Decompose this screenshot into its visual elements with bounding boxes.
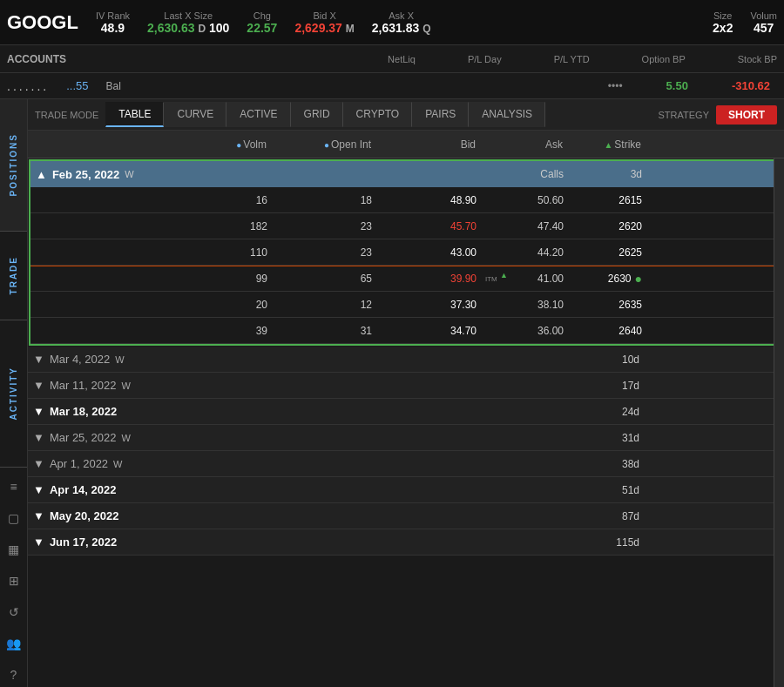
days-may20: 87d (568, 510, 646, 522)
plytd-value: -310.62 (732, 79, 770, 92)
accounts-labels-bar: ACCOUNTS NetLiq P/L Day P/L YTD Option B… (0, 45, 784, 73)
list-icon[interactable]: ≡ (2, 475, 26, 499)
expiry-row-apr14[interactable]: ▼ Apr 14, 2022 51d (28, 477, 784, 503)
tab-table[interactable]: TABLE (105, 102, 164, 127)
optionbp-label: Option BP (642, 54, 686, 64)
grid-icon[interactable]: ▢ (2, 506, 26, 530)
days-mar4: 10d (568, 354, 646, 366)
bid-x-label: Bid X (313, 10, 335, 21)
expiry-row-mar11[interactable]: ▼ Mar 11, 2022 W 17d (28, 373, 784, 399)
activity-section[interactable]: ACTIVITY (0, 320, 27, 468)
cell-oi-3: 23 (274, 246, 379, 259)
expiry-row-jun17[interactable]: ▼ Jun 17, 2022 115d (28, 529, 784, 556)
account-num: ...55 (66, 79, 88, 92)
plday-label: P/L Day (468, 54, 502, 64)
cell-volm-4: 99 (205, 273, 274, 285)
table-row[interactable]: 110 23 43.00 44.20 2625 (30, 239, 781, 266)
table-row[interactable]: 16 18 48.90 50.60 2615 (30, 187, 781, 213)
tab-analysis[interactable]: ANALYSIS (469, 102, 545, 127)
tab-curve[interactable]: CURVE (164, 102, 226, 127)
expiry-row-mar25[interactable]: ▼ Mar 25, 2022 W 31d (28, 425, 784, 451)
expiry-row-may20[interactable]: ▼ May 20, 2022 87d (28, 503, 784, 529)
tab-crypto[interactable]: CRYPTO (343, 102, 413, 127)
tab-pairs[interactable]: PAIRS (412, 102, 469, 127)
table-row-itm[interactable]: 99 65 39.90 41.00 ITM ▲ 2630 ● (30, 266, 781, 292)
calls-label: Calls (483, 168, 571, 180)
strategy-badge[interactable]: SHORT (716, 105, 777, 125)
chg-label: Chg (253, 10, 271, 21)
layout-icon[interactable]: ⊞ (2, 569, 26, 593)
collapse-arrow-icon: ▼ (33, 509, 44, 522)
last-x-value: 2,630.63 D 100 (147, 21, 229, 35)
itm-triangle-icon: ▲ (500, 271, 508, 280)
content-area: TRADE MODE TABLE CURVE ACTIVE GRID CRYPT… (28, 99, 784, 687)
iv-rank-value: 48.9 (101, 21, 125, 35)
cell-oi-5: 12 (274, 299, 379, 311)
expiry-row-apr1[interactable]: ▼ Apr 1, 2022 W 38d (28, 451, 784, 477)
cell-strike-5: 2635 (571, 299, 649, 311)
help-icon[interactable]: ? (2, 663, 26, 687)
users-icon[interactable]: 👥 (2, 631, 26, 656)
cell-strike-6: 2640 (571, 325, 649, 337)
accounts-values-bar: ....... ...55 Bal •••• 5.50 -310.62 (0, 73, 784, 99)
vertical-ruler (774, 158, 784, 687)
bid-x-group: Bid X 2,629.37 M (294, 10, 354, 35)
cell-bid-5: 37.30 (379, 299, 483, 311)
ask-x-value: 2,631.83 Q (372, 21, 431, 35)
positions-section[interactable]: POSITIONS (0, 99, 27, 232)
collapse-arrow-icon: ▼ (33, 535, 44, 549)
cell-volm-1: 16 (205, 194, 274, 206)
green-dot-icon: ● (635, 272, 642, 286)
ask-x-group: Ask X 2,631.83 Q (372, 10, 431, 35)
account-dots: ....... (7, 79, 49, 93)
size-label: Size (713, 10, 732, 21)
collapse-arrow-icon: ▼ (33, 457, 44, 470)
table-header: ●Volm ●Open Int Bid Ask ▲Strike (28, 131, 784, 158)
trade-section[interactable]: TRADE (0, 232, 27, 320)
size-value: 2x2 (713, 21, 733, 35)
col-header-strike[interactable]: ▲Strike (570, 138, 648, 151)
days-mar11: 17d (568, 380, 646, 392)
table-row[interactable]: 20 12 37.30 38.10 2635 (30, 292, 781, 318)
days-mar25: 31d (568, 432, 646, 444)
chg-group: Chg 22.57 (247, 10, 277, 35)
col-header-volm[interactable]: ●Volm (204, 138, 274, 151)
cell-strike-1: 2615 (571, 194, 649, 206)
table-icon[interactable]: ▦ (2, 537, 26, 562)
volume-value: 457 (754, 21, 774, 35)
last-x-size-group: Last X Size 2,630.63 D 100 (147, 10, 229, 35)
table-row[interactable]: 182 23 45.70 47.40 2620 (30, 213, 781, 239)
bid-x-value: 2,629.37 M (294, 21, 354, 35)
volume-label: Volum (750, 10, 777, 21)
ticker-symbol: GOOGL (7, 11, 78, 34)
expiry-date-may20: ▼ May 20, 2022 (28, 509, 202, 522)
account-bal-label: Bal (106, 80, 121, 92)
expiry-header-feb25[interactable]: ▲ Feb 25, 2022 W Calls 3d (30, 161, 781, 187)
w-label: W (115, 354, 124, 365)
volume-group: Volum 457 (750, 10, 777, 35)
left-sidebar: POSITIONS TRADE ACTIVITY ≡ ▢ ▦ ⊞ ↺ 👥 ? (0, 99, 28, 687)
collapse-arrow-icon: ▼ (33, 379, 44, 392)
tab-grid[interactable]: GRID (291, 102, 343, 127)
activity-label: ACTIVITY (9, 367, 18, 421)
w-label: W (121, 381, 130, 391)
refresh-icon[interactable]: ↺ (2, 600, 26, 624)
expiry-row-mar4[interactable]: ▼ Mar 4, 2022 W 10d (28, 347, 784, 373)
plday-value: 5.50 (666, 79, 688, 92)
strategy-label: STRATEGY (659, 110, 709, 120)
cell-oi-1: 18 (274, 194, 379, 206)
table-row[interactable]: 39 31 34.70 36.00 2640 (30, 318, 781, 344)
cell-bid-4: 39.90 (379, 273, 483, 285)
col-header-openint[interactable]: ●Open Int (274, 138, 378, 151)
chg-value: 22.57 (247, 21, 277, 35)
main-layout: POSITIONS TRADE ACTIVITY ≡ ▢ ▦ ⊞ ↺ 👥 ? (0, 99, 784, 687)
cell-bid-2: 45.70 (379, 220, 483, 232)
expiry-row-mar18[interactable]: ▼ Mar 18, 2022 24d (28, 399, 784, 425)
itm-label: ITM (485, 275, 497, 283)
cell-strike-4: 2630 ● (571, 272, 649, 286)
collapse-arrow-icon: ▼ (33, 431, 44, 444)
w-label: W (121, 433, 130, 443)
days-jun17: 115d (568, 536, 646, 549)
netliq-label: NetLiq (388, 54, 416, 64)
tab-active[interactable]: ACTIVE (226, 102, 290, 127)
